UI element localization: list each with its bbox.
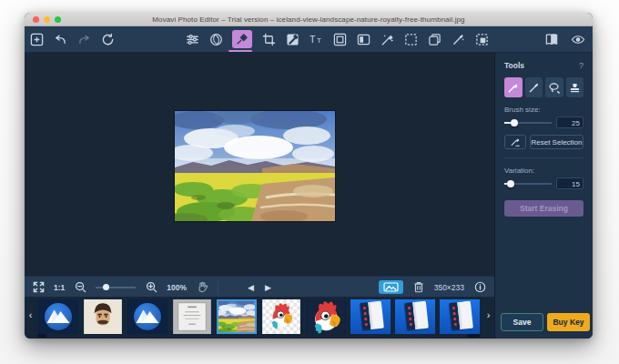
thumbnail-certificate[interactable] <box>172 299 212 334</box>
thumbnail-blue-book[interactable] <box>395 299 435 334</box>
variation-label: Variation: <box>504 167 583 175</box>
filmstrip-toggle-icon[interactable] <box>379 280 403 294</box>
paste-selection-icon[interactable] <box>474 32 489 46</box>
zoom-in-icon[interactable] <box>144 280 158 295</box>
save-button[interactable]: Save <box>501 313 543 331</box>
desktop: Movavi Photo Editor – Trial version – ic… <box>0 0 619 364</box>
selected-tool-underline <box>228 50 252 52</box>
buy-key-button[interactable]: Buy Key <box>547 313 590 331</box>
brush-size-value[interactable]: 25 <box>556 116 583 128</box>
tools-panel-title: Tools <box>504 61 524 70</box>
zoom-percent: 100% <box>167 283 187 292</box>
background-removal-icon[interactable] <box>285 32 299 46</box>
thumbnail-landscape-selected[interactable] <box>217 299 257 334</box>
info-icon[interactable] <box>472 280 487 295</box>
thumbnail-parrot-light[interactable] <box>261 299 301 334</box>
canvas-area[interactable] <box>25 53 494 276</box>
filmstrip-thumbnails <box>38 299 480 334</box>
magic-wand-tool-button[interactable] <box>525 77 543 97</box>
close-window-button[interactable] <box>33 16 39 23</box>
before-after-icon[interactable] <box>544 32 559 46</box>
filmstrip-scrollbar[interactable] <box>26 334 492 338</box>
prev-image-button[interactable]: ◀ <box>248 283 254 292</box>
svg-text:T: T <box>317 36 321 45</box>
thumbnail-blue-book[interactable] <box>440 299 480 334</box>
variation-value[interactable]: 15 <box>556 177 583 189</box>
brush-size-label: Brush size: <box>504 106 583 114</box>
object-removal-icon[interactable] <box>232 30 252 48</box>
traffic-lights <box>33 16 61 23</box>
window-title: Movavi Photo Editor – Trial version – ic… <box>152 15 464 24</box>
redo-icon[interactable] <box>76 32 91 46</box>
thumbnail-portrait[interactable] <box>83 299 123 334</box>
filmstrip-next-button[interactable]: › <box>482 297 494 333</box>
eraser-icon[interactable] <box>504 135 526 149</box>
actual-size-button[interactable]: 1:1 <box>54 283 65 292</box>
hand-icon[interactable] <box>195 280 209 295</box>
stamp-tool-button[interactable] <box>566 77 584 97</box>
brush-size-slider-thumb[interactable] <box>511 119 518 126</box>
tools-panel: Tools ? Brush <box>494 53 593 339</box>
effects-icon[interactable] <box>208 32 223 46</box>
selection-icon[interactable] <box>403 32 418 46</box>
add-file-icon[interactable] <box>29 32 44 46</box>
start-erasing-button[interactable]: Start Erasing <box>504 200 583 217</box>
reset-selection-button[interactable]: Reset Selection <box>530 135 583 149</box>
fit-screen-icon[interactable] <box>31 280 46 295</box>
status-bar: 1:1 100% <box>25 276 494 297</box>
edited-photo[interactable] <box>175 111 335 221</box>
toolbar: TT <box>25 26 593 52</box>
svg-text:T: T <box>310 34 316 45</box>
filmstrip: ‹ <box>25 297 494 339</box>
app-window: Movavi Photo Editor – Trial version – ic… <box>25 13 593 339</box>
lasso-tool-button[interactable] <box>545 77 563 97</box>
brush-size-slider[interactable] <box>504 118 552 126</box>
brush-tool-button[interactable] <box>504 77 523 97</box>
copy-icon[interactable] <box>427 32 441 46</box>
zoom-slider-thumb[interactable] <box>103 284 109 290</box>
thumbnail-blue-book[interactable] <box>350 299 391 334</box>
image-dimensions: 350×233 <box>434 283 464 292</box>
variation-slider[interactable] <box>504 179 552 187</box>
next-image-button[interactable]: ▶ <box>265 283 271 292</box>
filmstrip-prev-button[interactable]: ‹ <box>25 297 36 333</box>
preview-eye-icon[interactable] <box>571 32 585 46</box>
reset-icon[interactable] <box>100 32 115 46</box>
titlebar: Movavi Photo Editor – Trial version – ic… <box>25 13 593 26</box>
frames-icon[interactable] <box>332 32 347 46</box>
thumbnail-parrot-dark[interactable] <box>306 299 346 334</box>
undo-icon[interactable] <box>53 32 67 46</box>
thumbnail-mountain-logo[interactable] <box>127 299 167 334</box>
text-icon[interactable]: TT <box>309 32 323 46</box>
retouch-icon[interactable] <box>380 32 394 46</box>
canvas-zoom-slider[interactable] <box>96 283 136 292</box>
split-view-icon[interactable] <box>356 32 370 46</box>
magic-wand-icon[interactable] <box>451 32 465 46</box>
crop-icon[interactable] <box>261 32 276 46</box>
minimize-window-button[interactable] <box>44 16 50 23</box>
adjust-icon[interactable] <box>185 32 199 46</box>
help-icon[interactable]: ? <box>579 61 583 70</box>
variation-slider-thumb[interactable] <box>507 180 514 187</box>
zoom-out-icon[interactable] <box>73 280 87 295</box>
zoom-window-button[interactable] <box>55 16 61 23</box>
trash-icon[interactable] <box>411 280 426 295</box>
thumbnail-mountain-logo[interactable] <box>38 299 78 334</box>
